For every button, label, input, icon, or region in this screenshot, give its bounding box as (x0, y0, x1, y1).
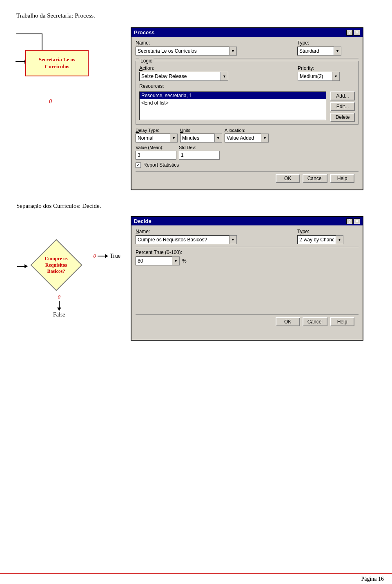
process-rect: Secretaria Le osCurriculos (25, 50, 89, 76)
decide-type-input[interactable] (297, 235, 336, 244)
edit-button[interactable]: Edit... (330, 102, 355, 111)
std-dev-group: Std Dev: (179, 145, 220, 160)
priority-field-group: ▼ (298, 72, 355, 81)
value-row: Value (Mean): Std Dev: (136, 145, 359, 160)
process-shape: Secretaria Le osCurriculos (25, 50, 122, 76)
diamond-wrapper: Cumpre os RequisitosBasicos? (24, 239, 88, 292)
delay-type-group: Delay Type: ▼ (136, 128, 178, 143)
close-title-btn[interactable]: ✕ (354, 30, 360, 36)
process-cancel-button[interactable]: Cancel (303, 174, 327, 183)
value-mean-input[interactable] (136, 151, 176, 160)
percent-symbol: % (182, 258, 187, 264)
type-field-group: ▼ (297, 47, 359, 56)
process-label: Secretaria Le osCurriculos (39, 56, 75, 70)
units-dropdown[interactable]: ▼ (215, 134, 222, 143)
resources-list[interactable]: Resource, secretaria, 1 <End of list> (139, 91, 326, 120)
delete-button[interactable]: Delete (330, 113, 355, 122)
decide-ok-button[interactable]: OK (276, 317, 300, 326)
section2-title: Separação dos Curriculos: Decide. (16, 203, 376, 210)
process-dialog-title: Process (134, 29, 155, 36)
false-label: False (53, 312, 65, 318)
zero-count: 0 (49, 98, 52, 105)
units-group: Units: ▼ (180, 128, 222, 143)
report-stats-row: ✓ Report Statistics (136, 162, 359, 168)
action-input[interactable] (139, 72, 221, 81)
decide-type-label: Type: (297, 229, 359, 234)
allocation-field: ▼ (225, 134, 269, 143)
allocation-label: Allocation: (225, 128, 269, 133)
action-label: Action: (139, 65, 294, 71)
resources-buttons: Add... Edit... Delete (330, 91, 355, 122)
process-dialog: Process ? ✕ Name: ▼ (131, 27, 363, 190)
action-dropdown-btn[interactable]: ▼ (221, 72, 228, 81)
allocation-input[interactable] (225, 134, 261, 143)
decide-cancel-button[interactable]: Cancel (303, 317, 327, 326)
logic-label: Logic (139, 58, 154, 64)
true-label: True (110, 253, 120, 259)
diamond-label: Cumpre os RequisitosBasicos? (38, 256, 75, 275)
decide-type-dropdown-btn[interactable]: ▼ (336, 235, 343, 244)
process-dialog-footer: OK Cancel Help (136, 171, 359, 186)
true-zero: 0 (94, 253, 96, 259)
percent-true-input[interactable] (136, 256, 172, 265)
decide-dialog-titlebar: Decide ? ✕ (131, 217, 363, 225)
priority-dropdown-btn[interactable]: ▼ (332, 72, 340, 81)
type-input[interactable] (297, 47, 334, 56)
process-dialog-titlebar: Process ? ✕ (131, 28, 363, 37)
name-dropdown-btn[interactable]: ▼ (229, 47, 237, 56)
units-input[interactable] (180, 134, 215, 143)
report-stats-checkbox[interactable]: ✓ (136, 163, 141, 168)
percent-true-label: Percent True (0-100): (136, 250, 359, 255)
decide-help-title-btn[interactable]: ? (346, 218, 353, 224)
std-dev-label: Std Dev: (179, 145, 220, 150)
decide-close-title-btn[interactable]: ✕ (354, 218, 360, 224)
priority-input[interactable] (298, 72, 332, 81)
name-input[interactable] (136, 47, 229, 56)
value-mean-label: Value (Mean): (136, 145, 176, 150)
report-stats-label: Report Statistics (143, 162, 179, 168)
decide-name-input[interactable] (136, 235, 229, 244)
resource-item-2[interactable]: <End of list> (140, 99, 326, 107)
delay-type-dropdown[interactable]: ▼ (170, 134, 178, 143)
value-mean-group: Value (Mean): (136, 145, 176, 160)
false-arrow: 0 False (53, 294, 65, 318)
decide-dialog-title: Decide (134, 218, 151, 224)
type-label: Type: (297, 40, 359, 46)
process-flow-diagram: Secretaria Le osCurriculos 0 (16, 27, 122, 109)
priority-label: Priority: (298, 65, 355, 71)
percent-true-field-row: ▼ % (136, 256, 359, 265)
process-help-button[interactable]: Help (330, 174, 354, 183)
true-arrow: 0 True (94, 253, 120, 259)
decide-name-label: Name: (136, 229, 289, 234)
name-label: Name: (136, 40, 289, 46)
resource-item-1[interactable]: Resource, secretaria, 1 (140, 92, 326, 99)
add-button[interactable]: Add... (330, 91, 355, 100)
units-label: Units: (180, 128, 222, 133)
allocation-group: Allocation: ▼ (225, 128, 269, 143)
name-field-group: ▼ (136, 47, 289, 56)
delay-type-input[interactable] (136, 134, 170, 143)
false-zero: 0 (58, 294, 61, 300)
resources-label: Resources: (139, 83, 355, 89)
decide-titlebar-buttons: ? ✕ (346, 218, 360, 224)
decide-type-field-group: ▼ (297, 235, 359, 244)
logic-section: Logic Action: ▼ (136, 61, 359, 125)
units-field: ▼ (180, 134, 222, 143)
decide-help-button[interactable]: Help (330, 317, 354, 326)
process-ok-button[interactable]: OK (276, 174, 300, 183)
section1-title: Trabalho da Secretaria: Process. (16, 12, 376, 19)
decide-dialog: Decide ? ✕ Name: ▼ (131, 216, 363, 341)
type-dropdown-btn[interactable]: ▼ (334, 47, 341, 56)
decide-dialog-footer: OK Cancel Help (136, 314, 359, 330)
titlebar-buttons: ? ✕ (346, 30, 360, 36)
help-title-btn[interactable]: ? (346, 30, 353, 36)
false-arrow-head (57, 308, 61, 311)
percent-true-field-group: ▼ (136, 256, 180, 265)
decide-name-field-group: ▼ (136, 235, 289, 244)
decide-name-dropdown-btn[interactable]: ▼ (229, 235, 237, 244)
allocation-dropdown[interactable]: ▼ (261, 134, 269, 143)
page-number: Página 16 (361, 576, 384, 582)
std-dev-input[interactable] (179, 151, 220, 160)
flow-line-v (42, 33, 42, 50)
percent-true-dropdown-btn[interactable]: ▼ (172, 256, 180, 265)
